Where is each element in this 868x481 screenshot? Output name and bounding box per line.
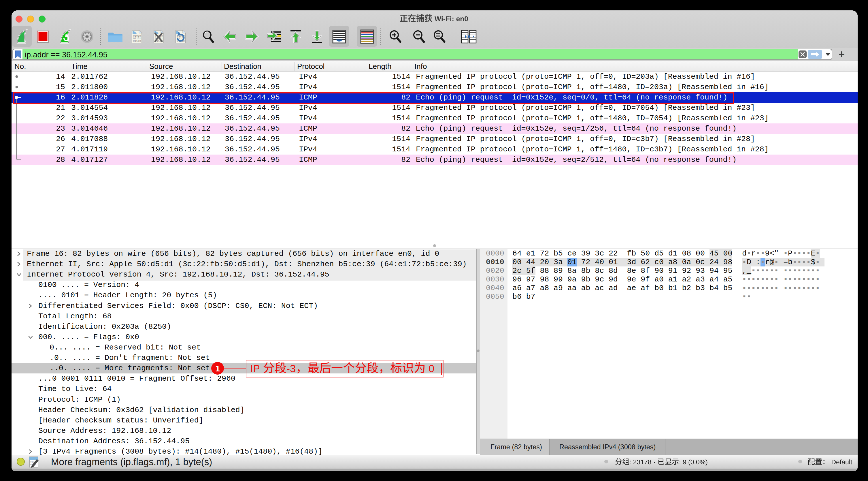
svg-text:01110: 01110 xyxy=(133,40,141,43)
